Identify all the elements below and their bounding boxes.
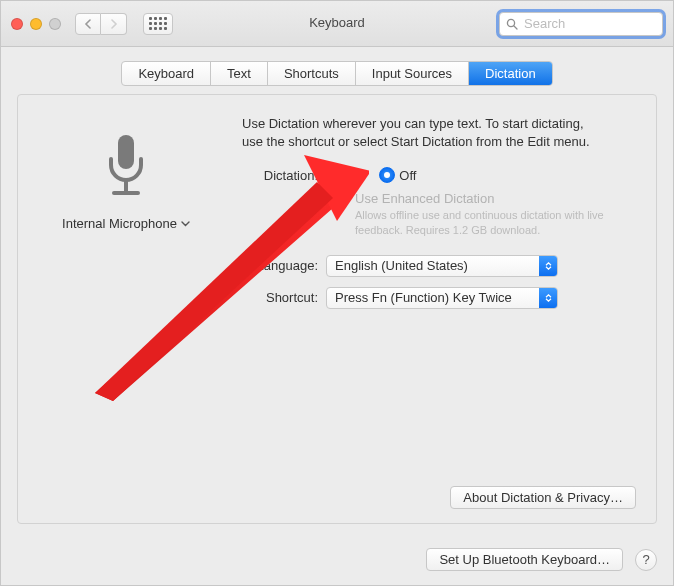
microphone-source-menu[interactable]: Internal Microphone: [62, 216, 190, 231]
select-stepper-icon: [539, 256, 557, 276]
about-dictation-button[interactable]: About Dictation & Privacy…: [450, 486, 636, 509]
dictation-radio-group: On Off: [326, 167, 416, 183]
shortcut-select[interactable]: Press Fn (Function) Key Twice: [326, 287, 558, 309]
window-title: Keyboard: [309, 15, 365, 30]
enhanced-dictation-desc: Allows offline use and continuous dictat…: [355, 208, 636, 237]
svg-rect-2: [118, 135, 134, 169]
setup-bluetooth-keyboard-button[interactable]: Set Up Bluetooth Keyboard…: [426, 548, 623, 571]
dictation-on-radio[interactable]: [326, 167, 342, 183]
footer-row: Set Up Bluetooth Keyboard… ?: [426, 548, 657, 571]
enhanced-dictation-checkbox: [334, 192, 348, 206]
tab-input-sources[interactable]: Input Sources: [356, 62, 469, 85]
titlebar: Keyboard: [1, 1, 673, 47]
settings-column: Use Dictation wherever you can type text…: [242, 115, 636, 319]
tab-shortcuts[interactable]: Shortcuts: [268, 62, 356, 85]
shortcut-value: Press Fn (Function) Key Twice: [335, 290, 512, 305]
search-icon: [506, 18, 518, 30]
dictation-pane: Internal Microphone Use Dictation wherev…: [17, 94, 657, 524]
checkmark-icon: [336, 194, 346, 204]
tab-group: Keyboard Text Shortcuts Input Sources Di…: [121, 61, 552, 86]
svg-line-1: [514, 26, 517, 29]
close-window-button[interactable]: [11, 18, 23, 30]
tab-dictation[interactable]: Dictation: [469, 62, 552, 85]
chevron-down-icon: [181, 221, 190, 227]
microphone-source-label: Internal Microphone: [62, 216, 177, 231]
intro-line1: Use Dictation wherever you can type text…: [242, 116, 584, 131]
dictation-off-radio[interactable]: [379, 167, 395, 183]
nav-forward-button[interactable]: [101, 13, 127, 35]
nav-back-button[interactable]: [75, 13, 101, 35]
preferences-window: Keyboard Keyboard Text Shortcuts Input S…: [0, 0, 674, 586]
minimize-window-button[interactable]: [30, 18, 42, 30]
zoom-window-button: [49, 18, 61, 30]
help-button[interactable]: ?: [635, 549, 657, 571]
intro-text: Use Dictation wherever you can type text…: [242, 115, 636, 151]
svg-point-0: [507, 19, 514, 26]
language-label: Language:: [242, 258, 326, 273]
shortcut-label: Shortcut:: [242, 290, 326, 305]
grid-icon: [149, 17, 167, 30]
tab-text[interactable]: Text: [211, 62, 268, 85]
microphone-column: Internal Microphone: [38, 115, 214, 319]
intro-line2: use the shortcut or select Start Dictati…: [242, 134, 590, 149]
tabs: Keyboard Text Shortcuts Input Sources Di…: [1, 61, 673, 86]
chevron-right-icon: [110, 19, 118, 29]
dictation-label: Dictation:: [242, 168, 326, 183]
nav-back-forward: [75, 13, 127, 35]
language-value: English (United States): [335, 258, 468, 273]
search-field[interactable]: [499, 12, 663, 36]
search-input[interactable]: [522, 15, 656, 32]
microphone-icon: [100, 131, 152, 206]
enhanced-dictation-label: Use Enhanced Dictation: [355, 191, 636, 206]
dictation-on-label: On: [346, 168, 363, 183]
select-stepper-icon: [539, 288, 557, 308]
chevron-left-icon: [84, 19, 92, 29]
dictation-off-label: Off: [399, 168, 416, 183]
language-select[interactable]: English (United States): [326, 255, 558, 277]
show-all-button[interactable]: [143, 13, 173, 35]
tab-keyboard[interactable]: Keyboard: [122, 62, 211, 85]
window-controls: [11, 18, 61, 30]
